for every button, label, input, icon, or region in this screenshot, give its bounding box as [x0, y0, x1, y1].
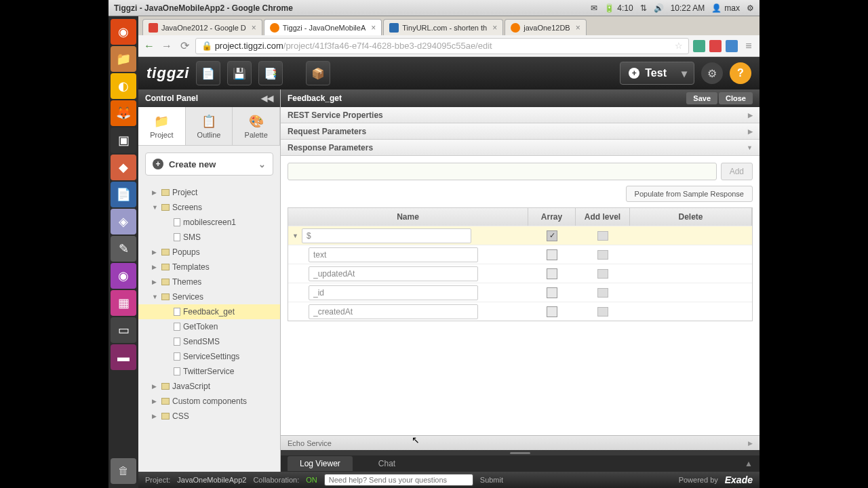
clock[interactable]: 10:22 AM: [671, 3, 705, 13]
populate-button[interactable]: Populate from Sample Response: [626, 186, 753, 202]
create-new-button[interactable]: + Create new ⌄: [145, 152, 273, 176]
param-name-field[interactable]: [309, 266, 478, 281]
add-button[interactable]: Add: [721, 163, 753, 180]
expand-icon[interactable]: ▼: [152, 293, 159, 300]
save-toolbar-button[interactable]: 💾: [227, 61, 252, 85]
tree-folder[interactable]: ▶Templates: [138, 260, 280, 274]
trash-icon[interactable]: 🗑: [111, 458, 136, 484]
user-menu[interactable]: 👤 max: [711, 3, 740, 13]
request-section[interactable]: Request Parameters▶: [281, 123, 760, 140]
add-level-button[interactable]: [597, 288, 608, 298]
array-checkbox[interactable]: [547, 287, 557, 298]
collapse-icon[interactable]: ◀◀: [261, 94, 273, 103]
extension-icon[interactable]: [726, 40, 738, 52]
help-button[interactable]: ?: [730, 62, 751, 84]
panel-tab-project[interactable]: 📁Project: [138, 107, 186, 145]
submit-link[interactable]: Submit: [480, 476, 503, 484]
param-name-field[interactable]: [309, 304, 478, 319]
gedit-icon[interactable]: 📄: [111, 182, 136, 207]
test-button[interactable]: + Test ▾: [620, 62, 694, 85]
back-button[interactable]: ←: [142, 39, 156, 53]
mail-icon[interactable]: ✉: [591, 3, 597, 13]
expand-icon[interactable]: ▶: [152, 189, 159, 196]
close-tab-icon[interactable]: ×: [252, 23, 256, 33]
reload-button[interactable]: ⟳: [178, 39, 191, 53]
save-button[interactable]: Save: [686, 92, 717, 104]
add-level-button[interactable]: [597, 250, 608, 260]
param-name-input[interactable]: [288, 163, 717, 180]
launcher-app[interactable]: ▦: [111, 290, 136, 316]
launcher-app[interactable]: ◈: [111, 209, 136, 235]
system-icon[interactable]: ⚙: [747, 3, 754, 13]
terminal-icon[interactable]: ▣: [111, 127, 136, 153]
tree-item[interactable]: Feedback_get: [138, 304, 280, 319]
expand-icon[interactable]: ▶: [152, 383, 159, 390]
tree-item[interactable]: TwitterService: [138, 364, 280, 379]
battery-indicator[interactable]: 🔋 4:10: [604, 3, 633, 13]
close-tab-icon[interactable]: ×: [492, 23, 497, 33]
toolbar-button[interactable]: 📄: [196, 61, 220, 85]
network-icon[interactable]: ⇅: [640, 3, 647, 13]
gmail-icon[interactable]: [709, 40, 722, 52]
tree-item[interactable]: ServiceSettings: [138, 349, 280, 364]
launcher-app[interactable]: ▬: [111, 344, 136, 370]
array-checkbox[interactable]: [547, 306, 557, 317]
tree-item[interactable]: mobilescreen1: [138, 215, 280, 230]
extension-icon[interactable]: [693, 40, 705, 52]
tree-folder[interactable]: ▶JavaScript: [138, 379, 280, 394]
files-icon[interactable]: 📁: [111, 46, 136, 72]
echo-section[interactable]: Echo Service▶: [281, 435, 760, 450]
forward-button[interactable]: →: [160, 39, 174, 53]
response-section[interactable]: Response Parameters▼: [281, 140, 760, 156]
array-checkbox[interactable]: ✓: [547, 230, 557, 241]
collapse-icon[interactable]: ▼: [292, 232, 299, 239]
bottom-tab[interactable]: Chat: [366, 456, 408, 471]
expand-icon[interactable]: ▶: [152, 249, 159, 256]
panel-tab-palette[interactable]: 🎨Palette: [233, 107, 280, 145]
bottom-tab[interactable]: Log Viewer: [288, 456, 353, 471]
chrome-icon[interactable]: ◐: [111, 73, 136, 99]
add-level-button[interactable]: [597, 231, 608, 241]
expand-icon[interactable]: ▶: [152, 264, 159, 270]
tree-item[interactable]: SMS: [138, 230, 280, 245]
star-icon[interactable]: ☆: [675, 41, 683, 51]
dash-icon[interactable]: ◉: [111, 19, 136, 45]
panel-tab-outline[interactable]: 📋Outline: [186, 107, 233, 145]
toolbar-button[interactable]: 📑: [258, 61, 283, 85]
param-name-field[interactable]: [309, 285, 478, 300]
tree-folder[interactable]: ▼Services: [138, 289, 280, 304]
volume-icon[interactable]: 🔊: [654, 3, 664, 13]
menu-icon[interactable]: ≡: [742, 39, 755, 53]
array-checkbox[interactable]: [547, 268, 557, 279]
expand-icon[interactable]: ▶: [152, 279, 159, 285]
expand-icon[interactable]: ▶: [152, 398, 159, 405]
launcher-app[interactable]: ✎: [111, 236, 136, 262]
close-tab-icon[interactable]: ×: [371, 23, 376, 33]
browser-tab[interactable]: TinyURL.com - shorten th×: [383, 19, 503, 35]
array-checkbox[interactable]: [547, 249, 557, 260]
add-level-button[interactable]: [597, 269, 608, 279]
browser-tab[interactable]: Tiggzi - JavaOneMobileA×: [264, 19, 382, 35]
tree-folder[interactable]: ▶Project: [138, 185, 280, 200]
help-input[interactable]: [324, 474, 473, 486]
param-name-field[interactable]: [309, 247, 478, 262]
launcher-app[interactable]: ◆: [111, 155, 136, 180]
tree-folder[interactable]: ▶Custom components: [138, 394, 280, 409]
close-button[interactable]: Close: [719, 92, 753, 104]
param-name-field[interactable]: [302, 228, 471, 243]
tree-item[interactable]: SendSMS: [138, 334, 280, 349]
tree-folder[interactable]: ▶Themes: [138, 274, 280, 289]
expand-icon[interactable]: ▼: [152, 204, 159, 211]
tree-folder[interactable]: ▶Popups: [138, 245, 280, 260]
tree-folder[interactable]: ▶CSS: [138, 409, 280, 424]
launcher-app[interactable]: ◉: [111, 263, 136, 289]
firefox-icon[interactable]: 🦊: [111, 100, 136, 126]
launcher-app[interactable]: ▭: [111, 317, 136, 343]
browser-tab[interactable]: JavaOne2012 - Google D×: [142, 19, 262, 35]
expand-icon[interactable]: ▲: [745, 459, 753, 468]
close-tab-icon[interactable]: ×: [576, 23, 580, 33]
export-button[interactable]: 📦: [306, 61, 330, 85]
settings-button[interactable]: ⚙: [701, 62, 723, 84]
url-input[interactable]: 🔒 project.tiggzi.com/project/41f3fa46-e7…: [195, 38, 689, 54]
tree-folder[interactable]: ▼Screens: [138, 200, 280, 215]
